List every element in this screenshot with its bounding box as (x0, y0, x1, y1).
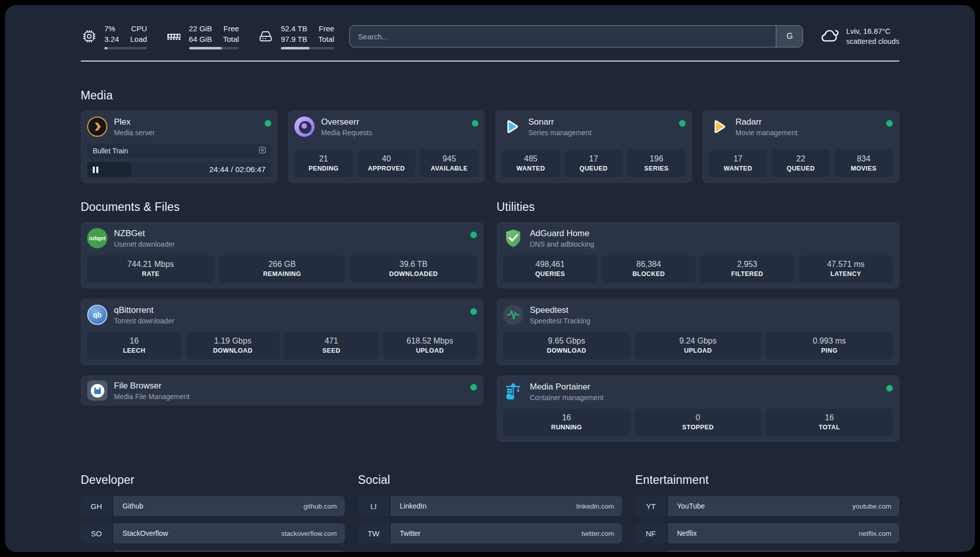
bookmark-abbr: RE (635, 550, 666, 552)
cpu-load-value: 3.24 (104, 34, 119, 44)
app-card-overseerr[interactable]: Overseerr Media Requests 21PENDING 40APP… (288, 110, 485, 183)
app-name: Overseerr (321, 117, 465, 127)
cast-icon[interactable] (258, 146, 267, 156)
weather-location-temp: Lviv, 16.87°C (846, 26, 899, 36)
stat-remaining: 266 GBREMAINING (219, 255, 346, 283)
bookmark-linkedin[interactable]: LI LinkedInlinkedin.com (358, 496, 622, 516)
bookmark-url: linkedin.com (576, 503, 614, 510)
app-desc: Media File Management (114, 393, 464, 401)
bookmark-dev[interactable]: DT DEVdev.to (81, 550, 345, 552)
section-title-entertainment: Entertainment (635, 473, 899, 487)
search-provider-button[interactable]: G (776, 26, 803, 47)
stat-movies: 834MOVIES (834, 150, 893, 177)
app-card-adguard[interactable]: AdGuard Home DNS and adblocking 498,461Q… (497, 222, 899, 289)
memory-free-label: Free (223, 23, 239, 34)
playback-progress-row: 24:44 / 02:06:47 (87, 162, 271, 177)
status-dot (886, 120, 893, 127)
bookmark-name: Github (122, 502, 143, 510)
bookmark-name: YouTube (677, 502, 705, 510)
app-desc: Torrent downloader (114, 317, 464, 325)
app-name: qBittorrent (114, 305, 464, 315)
stat-pending: 21PENDING (294, 150, 353, 177)
section-title-media: Media (81, 89, 899, 102)
status-dot (470, 384, 477, 391)
app-name: Speedtest (530, 305, 893, 315)
portainer-icon (503, 381, 523, 402)
app-name: Sonarr (528, 117, 672, 127)
stat-filtered: 2,953FILTERED (700, 255, 794, 283)
bookmark-netflix[interactable]: NF Netflixnetflix.com (635, 523, 899, 543)
memory-total-value: 64 GiB (189, 34, 212, 44)
stat-queued: 22QUEUED (772, 150, 830, 177)
bookmark-reddit[interactable]: RE Redditreddit.com (635, 550, 899, 552)
header-divider (81, 61, 899, 62)
app-name: Plex (114, 117, 258, 127)
sonarr-icon (502, 117, 522, 137)
filebrowser-icon (87, 380, 107, 401)
stat-upload: 618.52 MbpsUPLOAD (383, 332, 477, 359)
plex-icon (87, 117, 107, 137)
now-playing-row: Bullet Train (87, 143, 271, 158)
stat-seed: 471SEED (284, 332, 379, 359)
pause-icon (93, 166, 98, 173)
memory-total-label: Total (223, 34, 239, 44)
app-card-radarr[interactable]: Radarr Movie management 17WANTED 22QUEUE… (702, 110, 899, 183)
section-title-documents: Documents & Files (81, 200, 483, 214)
stat-download: 1.19 GbpsDOWNLOAD (186, 332, 280, 359)
stat-blocked: 86,384BLOCKED (602, 255, 696, 283)
bookmark-url: twitter.com (581, 530, 614, 537)
weather-condition: scattered clouds (846, 36, 899, 46)
app-card-nzbget[interactable]: nzbget NZBGet Usenet downloader 744.21 M… (81, 222, 483, 289)
bookmark-youtube[interactable]: YT YouTubeyoutube.com (635, 496, 899, 516)
app-card-qbittorrent[interactable]: qb qBittorrent Torrent downloader 16LEEC… (81, 299, 483, 365)
cpu-icon (81, 28, 98, 45)
now-playing-title: Bullet Train (93, 147, 128, 155)
app-desc: Media Requests (321, 129, 465, 137)
bookmark-name: LinkedIn (400, 502, 426, 510)
cpu-monitor: 7% 3.24 CPU Load (81, 23, 147, 49)
section-title-utilities: Utilities (497, 200, 899, 214)
stat-series: 196SERIES (627, 150, 686, 177)
app-card-plex[interactable]: Plex Media server Bullet Train (81, 110, 278, 183)
stat-ping: 0.993 msPING (766, 332, 893, 359)
stat-running: 16RUNNING (503, 409, 630, 436)
section-title-developer: Developer (81, 473, 345, 487)
cpu-usage-value: 7% (104, 23, 119, 34)
playback-time: 24:44 / 02:06:47 (209, 165, 271, 174)
nzbget-icon: nzbget (87, 228, 107, 248)
app-name: Radarr (736, 117, 880, 127)
app-desc: Media server (114, 129, 258, 137)
bookmark-github[interactable]: GH Githubgithub.com (81, 496, 345, 516)
pause-button[interactable] (87, 162, 132, 177)
stat-leech: 16LEECH (87, 332, 181, 359)
stat-queries: 498,461QUERIES (503, 255, 597, 283)
stat-rate: 744.21 MbpsRATE (87, 255, 214, 283)
bookmark-name: StackOverflow (122, 529, 168, 537)
app-name: File Browser (114, 381, 464, 391)
app-desc: Container management (530, 394, 880, 402)
search-input[interactable] (350, 26, 776, 47)
app-desc: Movie management (736, 129, 880, 137)
bookmark-abbr: YT (635, 496, 666, 516)
memory-icon (165, 28, 182, 45)
bookmark-abbr: DT (81, 550, 112, 552)
app-desc: Series management (528, 129, 672, 137)
bookmark-abbr: LI (358, 496, 389, 516)
app-card-filebrowser[interactable]: File Browser Media File Management (81, 375, 483, 406)
app-card-speedtest[interactable]: Speedtest Speedtest Tracking 9.65 GbpsDO… (497, 299, 899, 365)
disk-total-label: Total (318, 34, 334, 44)
bookmark-url: netflix.com (859, 530, 891, 537)
memory-free-value: 22 GiB (189, 23, 212, 34)
app-card-portainer[interactable]: Media Portainer Container management 16R… (497, 375, 899, 442)
speedtest-icon (503, 305, 523, 325)
bookmark-url: stackoverflow.com (281, 530, 337, 537)
bookmark-twitter[interactable]: TW Twittertwitter.com (358, 523, 622, 543)
adguard-icon (503, 228, 523, 248)
bookmark-stackoverflow[interactable]: SO StackOverflowstackoverflow.com (81, 523, 345, 543)
memory-progress-bar (189, 47, 239, 49)
app-card-sonarr[interactable]: Sonarr Series management 485WANTED 17QUE… (495, 110, 692, 183)
app-desc: Usenet downloader (114, 240, 464, 248)
status-dot (470, 308, 477, 315)
stat-total: 16TOTAL (766, 409, 893, 436)
stat-download: 9.65 GbpsDOWNLOAD (503, 332, 630, 359)
